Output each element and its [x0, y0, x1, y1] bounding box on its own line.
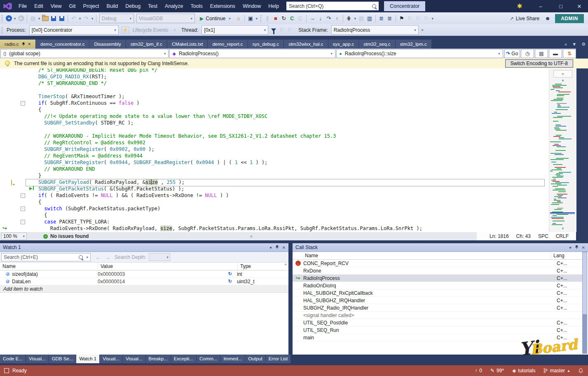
dropdown-caret-icon[interactable]: ▾	[353, 16, 357, 21]
call-stack-scrollbar[interactable]	[582, 251, 587, 354]
panel-tab-watch-1[interactable]: Watch 1	[76, 355, 99, 363]
continue-button[interactable]: ▶ Continue ▾	[197, 14, 233, 23]
tab-demo_report.c[interactable]: demo_report.c	[208, 40, 247, 49]
dropdown-caret-icon[interactable]: ▾	[90, 16, 94, 21]
scroll-down-icon[interactable]: ▼	[549, 227, 576, 230]
watch-scrollbar[interactable]: ▲	[283, 262, 288, 269]
save-icon[interactable]	[49, 14, 58, 23]
fold-collapse-icon[interactable]: -	[21, 220, 25, 224]
panel-tab-visual-[interactable]: Visual...	[100, 355, 122, 363]
call-stack-row[interactable]: RadioOnDioIrqC+...	[293, 282, 582, 289]
call-stack-row[interactable]: →CONC_Report_RCVC+...	[293, 260, 582, 267]
menu-debug[interactable]: Debug	[122, 0, 144, 12]
watch-row[interactable]: sizeof(data)0x00000003↻int	[0, 270, 288, 278]
column-name[interactable]: Name	[0, 263, 98, 270]
tab-CMakeLists.txt[interactable]: CMakeLists.txt	[167, 40, 207, 49]
zoom-combo[interactable]: 100 %▾	[1, 233, 27, 240]
scope-combo[interactable]: {} (global scope)▾	[0, 49, 169, 58]
menu-git[interactable]: Git	[66, 0, 80, 12]
panel-tab-comm-[interactable]: Comm...	[197, 355, 220, 363]
close-icon[interactable]: ✕	[28, 42, 31, 46]
splitter-handle[interactable]: ÷	[553, 70, 572, 78]
panel-tab-immed-[interactable]: Immed...	[220, 355, 245, 363]
push-commits-indicator[interactable]: ↑ 0	[475, 368, 482, 374]
menu-tools[interactable]: Tools	[187, 0, 206, 12]
watch-row[interactable]: DataLen0x00000014↻uint32_t	[0, 278, 288, 285]
repository-indicator[interactable]: ◈ tutorials	[512, 368, 535, 374]
feedback-gear-icon[interactable]: ✱	[511, 0, 528, 12]
send-feedback-icon[interactable]: ☻	[543, 14, 552, 23]
admin-button[interactable]: ADMIN	[555, 14, 584, 23]
navigate-forward-icon[interactable]: ►	[17, 14, 25, 23]
go-button[interactable]: ↷ Go	[504, 49, 520, 58]
window-menu-caret-icon[interactable]: ▾	[270, 245, 272, 250]
menu-extensions[interactable]: Extensions	[206, 0, 239, 12]
tab-sys_app.c[interactable]: sys_app.c	[328, 40, 359, 49]
document-outline-button[interactable]: ▤	[535, 49, 548, 58]
space-mode-indicator[interactable]: SPC	[538, 233, 548, 239]
filter-threads-icon[interactable]	[271, 28, 276, 32]
call-stack-row[interactable]: UTIL_SEQ_RunC+...	[293, 327, 582, 334]
history-button[interactable]: ◷	[521, 49, 534, 58]
watch-title-bar[interactable]: Watch 1 ▾ ✕	[0, 243, 288, 252]
dropdown-caret-icon[interactable]: ▾	[431, 16, 435, 21]
indent-icon[interactable]: ≣	[386, 14, 394, 23]
close-icon[interactable]: ✕	[582, 245, 585, 250]
menu-window[interactable]: Window	[239, 0, 265, 12]
dropdown-caret-icon[interactable]: ▾	[78, 16, 82, 21]
platform-combo[interactable]: VisualGDB▾	[136, 14, 195, 23]
tab-stm32_seq.c[interactable]: stm32_seq.c	[359, 40, 395, 49]
stack-frame-combo[interactable]: RadioIrqProcess▾	[331, 25, 419, 35]
editor-content[interactable]: /* ST_WORKAROUND_BEGIN: Reset DBG pin */…	[0, 68, 549, 232]
add-watch-item[interactable]: Add item to watch	[0, 285, 288, 293]
pin-icon[interactable]	[575, 245, 579, 250]
dropdown-caret-icon[interactable]: ▾	[13, 16, 17, 21]
panel-tab-error-list[interactable]: Error List	[266, 355, 291, 363]
thread-combo[interactable]: [0x1]▾	[201, 25, 268, 35]
navigate-back-icon[interactable]: ◄	[5, 14, 13, 23]
call-stack-row[interactable]: HAL_SUBGHZ_RxCpltCallbackC+...	[293, 289, 582, 297]
panel-tab-gdb-se-[interactable]: GDB Se...	[49, 355, 76, 363]
background-tasks-icon[interactable]	[4, 368, 9, 373]
branch-indicator[interactable]: master ▲	[543, 368, 570, 374]
breakpoints-window-icon[interactable]: ⋕	[345, 14, 353, 23]
member-combo[interactable]: ● RadioIrqProcess()::size▾	[336, 49, 503, 58]
pin-icon[interactable]	[22, 42, 25, 47]
call-stack-title-bar[interactable]: Call Stack ▾ ✕	[293, 243, 588, 252]
tab-stm32wlxx_hal.c[interactable]: stm32wlxx_hal.c	[284, 40, 328, 49]
open-folder-icon[interactable]	[41, 14, 49, 23]
column-name[interactable]: Name	[293, 252, 551, 259]
step-over-icon[interactable]: ↷	[325, 14, 333, 23]
panel-tab-excepti-[interactable]: Excepti...	[171, 355, 196, 363]
tab-radio.c[interactable]: radio.c✕	[0, 40, 35, 49]
quick-search-input[interactable]: Search (Ctrl+Q)	[286, 2, 379, 10]
restore-button[interactable]: □	[552, 0, 569, 12]
hot-reload-icon[interactable]: C	[288, 14, 296, 23]
compare-button[interactable]: ⇅	[563, 49, 576, 58]
watch-search-input[interactable]: Search (Ctrl+E) ▾	[1, 253, 91, 261]
process-combo[interactable]: [0x0] Concentrator▾	[29, 25, 119, 35]
tab-settings-icon[interactable]: ⚙	[581, 42, 586, 47]
close-button[interactable]: ✕	[571, 0, 588, 12]
call-stack-row[interactable]: HAL_SUBGHZ_IRQHandlerC+...	[293, 297, 582, 304]
refresh-icon[interactable]: ↻	[228, 279, 232, 284]
show-next-statement-icon[interactable]: →	[308, 14, 316, 23]
pending-edits-indicator[interactable]: ✎ 99*	[490, 368, 504, 374]
fold-collapse-icon[interactable]: -	[21, 101, 25, 106]
stack-down-icon[interactable]: ▥	[365, 14, 374, 23]
call-stack-row[interactable]: SUBGHZ_Radio_IRQHandlerC+...	[293, 304, 582, 312]
restart-icon[interactable]: ↻	[280, 14, 288, 23]
panel-tab-visual-[interactable]: Visual...	[123, 355, 145, 363]
eol-indicator[interactable]: CRLF	[556, 233, 569, 239]
quick-actions-lightbulb-icon[interactable]	[11, 180, 12, 186]
threads-in-source-icon[interactable]: ▣	[246, 14, 255, 23]
tab-demo_concentrator.c[interactable]: demo_concentrator.c	[36, 40, 89, 49]
window-menu-caret-icon[interactable]: ▾	[569, 245, 572, 250]
panel-tab-breakp-[interactable]: Breakp...	[146, 355, 171, 363]
editor-minimap-scrollbar[interactable]: ÷ ▲ ▼	[549, 68, 576, 232]
menu-file[interactable]: File	[15, 0, 30, 12]
tab-sys_debug.c[interactable]: sys_debug.c	[248, 40, 284, 49]
save-all-icon[interactable]	[58, 14, 66, 23]
column-value[interactable]: Value	[98, 263, 238, 270]
scroll-tabs-icon[interactable]: «	[565, 42, 567, 47]
